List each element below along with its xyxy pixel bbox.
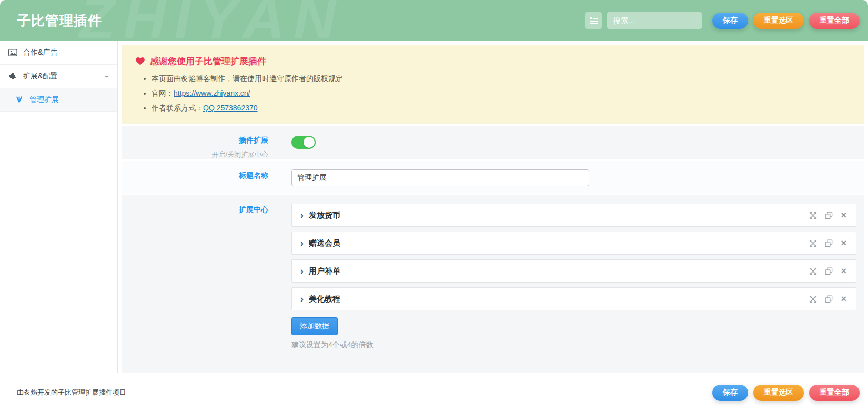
copy-icon [825,239,833,247]
title-name-input[interactable] [291,169,589,186]
qq-contact-link[interactable]: QQ 2573862370 [203,104,258,112]
sidebar-item-label: 合作&广告 [23,48,57,57]
accordion-item-membership[interactable]: › 赠送会员 [291,232,856,255]
header: ZHIYAN 子比管理插件 保存 重置选区 重置全部 [0,0,868,41]
accordion-actions: × [808,265,847,277]
accordion-actions: × [808,237,847,249]
chevron-right-icon: › [300,266,304,276]
image-icon [8,49,18,56]
chevron-right-icon: › [300,238,304,248]
reset-all-button[interactable]: 重置全部 [809,13,860,29]
chevron-right-icon: › [300,294,304,304]
expand-button[interactable] [808,294,818,304]
accordion-actions: × [808,293,847,305]
toggle-knob [304,137,315,148]
sidebar-item-manage-extensions[interactable]: 管理扩展 [0,88,117,112]
clone-button[interactable] [824,210,834,220]
puzzle-icon [8,73,18,81]
chevron-right-icon: › [300,210,304,220]
menu-toggle-button[interactable] [585,12,602,29]
list-icon [589,17,598,24]
footer: 由炙焰开发的子比管理扩展插件项目 保存 重置选区 重置全部 [0,373,868,412]
expand-button[interactable] [808,266,818,276]
chevron-down-icon: › [103,75,112,78]
footer-text: 由炙焰开发的子比管理扩展插件项目 [17,388,126,397]
field-label-title-name: 标题名称 [122,171,268,180]
accordion-item-title: 赠送会员 [309,238,340,248]
app-title: 子比管理插件 [17,12,102,30]
accordion-item-title: 发放货币 [309,210,340,220]
extension-icon [15,96,24,104]
save-button[interactable]: 保存 [712,13,748,29]
notice-title-text: 感谢您使用子比管理扩展插件 [150,55,266,67]
expand-button[interactable] [808,238,818,248]
accordion-actions: × [808,209,847,221]
sidebar-item-label: 扩展&配置 [23,72,57,81]
close-icon[interactable]: × [840,293,847,305]
footer-toolbar: 保存 重置选区 重置全部 [707,385,860,401]
app-window: ZHIYAN 子比管理插件 保存 重置选区 重置全部 [0,0,868,412]
notice-box: 感谢您使用子比管理扩展插件 本页面由炙焰博客制作，请在使用时遵守原作者的版权规定… [122,45,864,124]
official-site-link[interactable]: https://www.zhiyanx.cn/ [174,89,250,97]
accordion-item-user-reorder[interactable]: › 用户补单 [291,259,856,283]
form-row-plugin-extension: 插件扩展 开启/关闭扩展中心 [122,126,864,159]
clone-button[interactable] [824,266,834,276]
form-row-extension-center: 扩展中心 › 发放货币 [122,195,864,373]
notice-line-website: 官网：https://www.zhiyanx.cn/ [152,88,850,98]
sidebar-item-cooperation-ads[interactable]: 合作&广告 [0,41,117,65]
field-label-extension-center: 扩展中心 [122,205,268,215]
arrows-expand-icon [809,212,817,219]
header-watermark: ZHIYAN [79,0,345,41]
arrows-expand-icon [809,239,817,247]
copy-icon [825,295,833,303]
close-icon[interactable]: × [840,209,847,221]
form-row-title-name: 标题名称 [122,161,864,194]
footer-reset-selection-button[interactable]: 重置选区 [753,385,804,401]
main-content: 感谢您使用子比管理扩展插件 本页面由炙焰博客制作，请在使用时遵守原作者的版权规定… [118,41,868,373]
close-icon[interactable]: × [840,237,847,249]
sidebar-item-extensions-config[interactable]: 扩展&配置 › [0,65,117,88]
notice-line-contact: 作者联系方式：QQ 2573862370 [152,103,850,113]
search-input[interactable] [607,12,702,29]
field-description-plugin-extension: 开启/关闭扩展中心 [122,150,268,159]
expand-button[interactable] [808,210,818,220]
notice-list: 本页面由炙焰博客制作，请在使用时遵守原作者的版权规定 官网：https://ww… [143,74,850,113]
heart-icon [136,57,145,65]
accordion-item-currency[interactable]: › 发放货币 [291,204,856,227]
plugin-extension-toggle[interactable] [291,136,316,149]
accordion-item-title: 美化教程 [309,294,340,304]
sidebar: 合作&广告 扩展&配置 › 管理 [0,41,118,373]
notice-title: 感谢您使用子比管理扩展插件 [136,55,850,67]
close-icon[interactable]: × [840,265,847,277]
arrows-expand-icon [809,267,817,275]
clone-button[interactable] [824,238,834,248]
notice-line-copyright: 本页面由炙焰博客制作，请在使用时遵守原作者的版权规定 [152,74,850,84]
sidebar-item-label: 管理扩展 [29,95,59,105]
footer-save-button[interactable]: 保存 [712,385,748,401]
copy-icon [825,212,833,219]
extension-center-hint: 建议设置为4个或4的倍数 [291,340,856,350]
header-toolbar: 保存 重置选区 重置全部 [585,12,860,29]
reset-selection-button[interactable]: 重置选区 [753,13,804,29]
clone-button[interactable] [824,294,834,304]
accordion-item-beautify-tutorial[interactable]: › 美化教程 [291,287,856,310]
add-data-button[interactable]: 添加数据 [291,317,338,335]
footer-reset-all-button[interactable]: 重置全部 [809,385,860,401]
accordion-item-title: 用户补单 [309,266,340,276]
field-label-plugin-extension: 插件扩展 [122,136,268,145]
copy-icon [825,267,833,275]
arrows-expand-icon [809,295,817,303]
